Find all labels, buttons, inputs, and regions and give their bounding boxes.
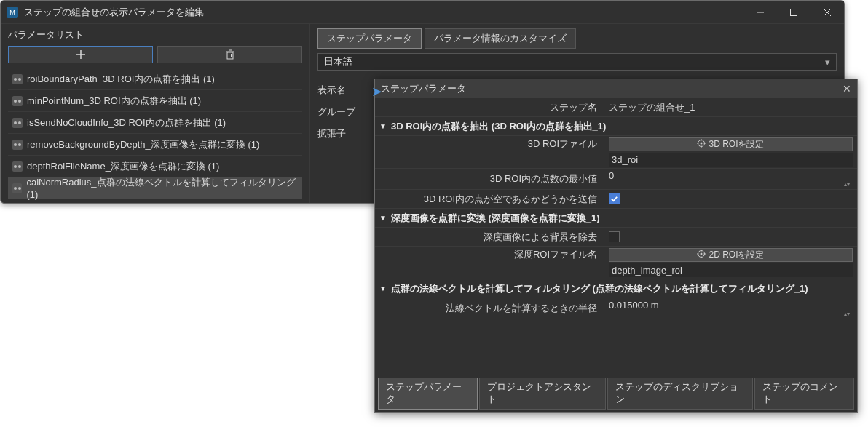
bottom-tab[interactable]: ステップのコメント [754,378,854,410]
parameter-list-label: パラメータリスト [8,28,302,41]
group-title: 深度画像を点群に変換 (深度画像を点群に変換_1) [391,212,600,225]
maximize-button[interactable] [777,1,810,24]
group-title: 3D ROI内の点群を抽出 (3D ROI内の点群を抽出_1) [391,120,606,133]
roi-file-input[interactable] [609,263,853,277]
stepper-icon[interactable]: ▴▾ [844,181,853,188]
number-field[interactable]: 0▴▾ [604,169,857,189]
param-icon [12,183,22,193]
bottom-tab[interactable]: プロジェクトアシスタント [479,378,607,410]
group-header[interactable]: ▼3D ROI内の点群を抽出 (3D ROI内の点群を抽出_1) [375,117,857,136]
tab[interactable]: パラメータ情報のカスタマイズ [425,28,576,49]
group-title: 点群の法線ベクトルを計算してフィルタリング (点群の法線ベクトルを計算してフィル… [391,282,808,295]
svg-point-18 [701,253,703,255]
param-item[interactable]: depthRoiFileName_深度画像を点群に変換 (1) [8,156,302,177]
group-header[interactable]: ▼深度画像を点群に変換 (深度画像を点群に変換_1) [375,209,857,228]
param-item[interactable]: minPointNum_3D ROI内の点群を抽出 (1) [8,90,302,112]
param-item-label: calNormRadius_点群の法線ベクトルを計算してフィルタリング (1) [26,176,298,200]
app-icon: M [7,7,18,18]
param-item-label: isSendNoCloudInfo_3D ROI内の点群を抽出 (1) [27,116,226,129]
svg-rect-6 [227,52,233,59]
number-value: 0.015000 m [609,300,659,311]
param-icon [12,118,23,128]
checkbox[interactable] [609,193,620,204]
roi-set-button[interactable]: 3D ROIを設定 [609,137,853,151]
bottom-tab[interactable]: ステップパラメータ [378,378,478,410]
add-button[interactable] [8,46,153,63]
target-icon [697,250,706,260]
param-icon [12,140,23,150]
param-item[interactable]: calNormRadius_点群の法線ベクトルを計算してフィルタリング (1) [8,177,302,199]
prop-label: 深度ROIファイル名 [375,248,604,277]
delete-button[interactable] [157,46,302,63]
param-item[interactable]: isSendNoCloudInfo_3D ROI内の点群を抽出 (1) [8,112,302,134]
roi-set-button[interactable]: 2D ROIを設定 [609,248,853,262]
titlebar[interactable]: M ステップの組合せの表示パラメータを編集 [1,1,844,24]
param-item[interactable]: roiBoundaryPath_3D ROI内の点群を抽出 (1) [8,68,302,90]
close-icon[interactable]: ✕ [843,83,851,95]
param-icon [12,74,23,84]
group-header[interactable]: ▼点群の法線ベクトルを計算してフィルタリング (点群の法線ベクトルを計算してフィ… [375,279,857,298]
language-value: 日本語 [324,55,352,68]
target-icon [697,139,706,150]
param-icon [12,161,23,172]
number-value: 0 [609,170,614,181]
panel-titlebar[interactable]: ステップパラメータ ✕ [375,79,857,98]
expand-icon: ▼ [379,284,387,292]
expand-icon: ▼ [379,214,387,222]
button-label: 3D ROIを設定 [709,138,764,151]
tab[interactable]: ステップパラメータ [317,28,422,49]
button-label: 2D ROIを設定 [709,249,764,261]
parameter-list-panel: パラメータリスト roiBoundaryPath_3D ROI内の点群を抽出 (… [1,24,310,203]
param-item-label: removeBackgroundByDepth_深度画像を点群に変換 (1) [27,138,259,151]
prop-label: 法線ベクトルを計算するときの半径 [375,302,604,315]
param-item[interactable]: removeBackgroundByDepth_深度画像を点群に変換 (1) [8,134,302,156]
stepper-icon[interactable]: ▴▾ [844,311,853,317]
prop-label: 3D ROIファイル [375,137,604,167]
expand-icon: ▼ [379,122,387,130]
prop-label: 3D ROI内の点数の最小値 [375,172,604,185]
roi-file-input[interactable] [609,153,853,167]
step-name-label: ステップ名 [375,101,604,114]
svg-rect-1 [791,9,797,15]
step-parameter-panel: ステップパラメータ ✕ ステップ名 ステップの組合せ_1 ▼3D ROI内の点群… [374,79,858,413]
prop-label: 深度画像による背景を除去 [375,231,604,244]
prop-label: 3D ROI内の点が空であるかどうかを送信 [375,193,604,206]
param-item-label: roiBoundaryPath_3D ROI内の点群を抽出 (1) [27,73,215,86]
number-field[interactable]: 0.015000 m▴▾ [604,298,857,319]
param-item-label: depthRoiFileName_深度画像を点群に変換 (1) [27,160,219,173]
checkbox[interactable] [609,231,620,242]
minimize-button[interactable] [743,1,777,24]
window-title: ステップの組合せの表示パラメータを編集 [24,6,743,19]
bottom-tab[interactable]: ステップのディスクリプション [607,378,753,410]
parameter-list: roiBoundaryPath_3D ROI内の点群を抽出 (1)minPoin… [8,68,302,199]
panel-title: ステップパラメータ [381,82,843,95]
param-icon [12,96,23,106]
language-select[interactable]: 日本語 [317,53,837,71]
param-item-label: minPointNum_3D ROI内の点群を抽出 (1) [27,95,201,108]
step-name-value[interactable]: ステップの組合せ_1 [604,100,857,116]
svg-point-12 [701,143,703,145]
close-button[interactable] [810,1,844,24]
